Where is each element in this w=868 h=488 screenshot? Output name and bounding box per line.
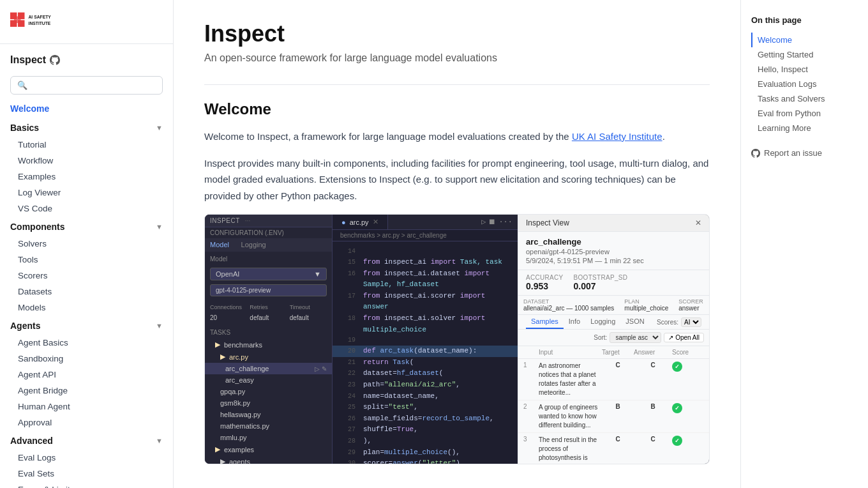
toc-title: On this page [751, 15, 858, 25]
toc-item-evaluation-logs[interactable]: Evaluation Logs [751, 77, 858, 91]
ide-tree-benchmarks[interactable]: ▶ benchmarks [205, 339, 332, 351]
sidebar-item-eval-logs[interactable]: Eval Logs [0, 450, 173, 466]
score-badge: ✓ [672, 362, 682, 372]
report-issue-link[interactable]: Report an issue [751, 148, 858, 158]
toc-item-tasks-and-solvers[interactable]: Tasks and Solvers [751, 91, 858, 106]
nav-section-components: Components ▼ Solvers Tools Scorers Datas… [0, 218, 173, 316]
sidebar-item-agent-bridge[interactable]: Agent Bridge [0, 383, 173, 399]
code-line-30: 30 scorer=answer("letter"), [333, 458, 518, 464]
toc-item-eval-from-python[interactable]: Eval from Python [751, 106, 858, 121]
nav-section-label-basics: Basics [10, 123, 39, 133]
sidebar-item-eval-sets[interactable]: Eval Sets [0, 466, 173, 482]
ide-tree-gsm8k[interactable]: gsm8k.py [205, 397, 332, 409]
code-line-20: 20def arc_task(dataset_name): [333, 346, 518, 357]
ide-sort-select[interactable]: sample asc [610, 332, 661, 343]
github-icon[interactable] [50, 55, 60, 65]
sidebar-item-vs-code[interactable]: VS Code [0, 201, 173, 217]
ide-logging-tab[interactable]: Logging [241, 241, 266, 248]
ide-tab-arc[interactable]: ● arc.py ✕ [333, 215, 388, 229]
ide-model-tab[interactable]: Model [210, 241, 229, 248]
sidebar-item-errors-limits[interactable]: Errors & Limits [0, 482, 173, 488]
sidebar-item-tutorial[interactable]: Tutorial [0, 137, 173, 153]
search-input[interactable] [31, 80, 156, 90]
nav-section-label-components: Components [10, 222, 65, 232]
nav-section-header-agents[interactable]: Agents ▼ [0, 317, 173, 335]
ide-panel-header: Inspect View ✕ [518, 215, 709, 232]
uk-aisi-link[interactable]: UK AI Safety Institute [572, 131, 662, 142]
ide-connection-headers: Connections Retries Timeout [205, 301, 332, 313]
sidebar-item-models[interactable]: Models [0, 300, 173, 316]
ide-tree-hellaswag[interactable]: hellaswag.py [205, 409, 332, 420]
sidebar-item-approval[interactable]: Approval [0, 415, 173, 431]
ide-tree-mmlu[interactable]: mmlu.py [205, 432, 332, 443]
toc-item-welcome[interactable]: Welcome [751, 33, 858, 47]
nav-welcome[interactable]: Welcome [0, 100, 173, 118]
search-icon: 🔍 [17, 80, 27, 90]
ide-tree-agents[interactable]: ▶ agents [205, 455, 332, 464]
ide-panel-title: Inspect View [526, 218, 569, 227]
search-box[interactable]: 🔍 [10, 76, 163, 95]
code-line-15: 15from inspect_ai import Task, task [333, 257, 518, 268]
brand-label: Inspect [10, 54, 46, 66]
nav-section-header-components[interactable]: Components ▼ [0, 218, 173, 236]
toc-item-learning-more[interactable]: Learning More [751, 121, 858, 135]
ide-eval-name: arc_challenge [526, 237, 701, 247]
ide-model-select[interactable]: OpenAI ▼ [205, 266, 332, 282]
sidebar-item-solvers[interactable]: Solvers [0, 236, 173, 252]
ide-tree-math[interactable]: mathematics.py [205, 420, 332, 432]
ide-tree-examples[interactable]: ▶ examples [205, 443, 332, 455]
sidebar-item-tools[interactable]: Tools [0, 252, 173, 268]
aisi-logo-svg: AI SAFETY INSTITUTE [10, 10, 68, 36]
sidebar-item-examples[interactable]: Examples [0, 169, 173, 185]
svg-text:AI SAFETY: AI SAFETY [29, 15, 52, 19]
code-line-14: 14 [333, 247, 518, 257]
table-row[interactable]: 1 An astronomer notices that a planet ro… [518, 359, 709, 400]
logo-area: AI SAFETY INSTITUTE [0, 10, 173, 44]
ide-table-header: Input Target Answer Score [518, 346, 709, 359]
ide-tree-arc[interactable]: ▶ arc.py [205, 351, 332, 363]
sidebar-item-agent-api[interactable]: Agent API [0, 367, 173, 383]
code-line-24: 24 name=dataset_name, [333, 391, 518, 402]
sidebar: AI SAFETY INSTITUTE Inspect 🔍 Welcome Ba… [0, 0, 174, 488]
github-icon-2 [751, 149, 760, 158]
toc-items: WelcomeGetting StartedHello, InspectEval… [751, 33, 858, 135]
sidebar-item-human-agent[interactable]: Human Agent [0, 399, 173, 415]
chevron-down-icon-2: ▼ [156, 223, 163, 231]
ide-tree-gpqa[interactable]: gpqa.py [205, 386, 332, 397]
sidebar-item-scorers[interactable]: Scorers [0, 268, 173, 284]
ide-stat-bootstrap: BOOTSTRAP_SD 0.007 [574, 274, 628, 291]
sidebar-item-agent-basics[interactable]: Agent Basics [0, 335, 173, 351]
ide-tree-arc-easy[interactable]: arc_easy [205, 374, 332, 386]
sidebar-item-sandboxing[interactable]: Sandboxing [0, 351, 173, 367]
code-line-26: 26 sample_fields=record_to_sample, [333, 413, 518, 425]
ide-tree-arc-challenge[interactable]: arc_challenge ▷ ✎ [205, 363, 332, 374]
sidebar-item-log-viewer[interactable]: Log Viewer [0, 185, 173, 201]
ide-panel-tab-logging[interactable]: Logging [585, 315, 620, 329]
nav-section-header-basics[interactable]: Basics ▼ [0, 119, 173, 137]
code-line-17: 17from inspect_ai.scorer import answer [333, 291, 518, 313]
sidebar-brand: Inspect [0, 52, 173, 71]
ide-scores-select[interactable]: AI [681, 317, 701, 327]
code-line-21: 21 return Task( [333, 357, 518, 369]
ide-table-body: 1 An astronomer notices that a planet ro… [518, 359, 709, 464]
ide-open-all-button[interactable]: ↗ Open All [664, 333, 704, 342]
ide-toolbar-label: INSPECT [210, 217, 240, 224]
toc-item-getting-started[interactable]: Getting Started [751, 47, 858, 62]
sidebar-item-workflow[interactable]: Workflow [0, 153, 173, 169]
table-row[interactable]: 3 The end result in the process of photo… [518, 433, 709, 464]
ide-mockup: INSPECT ··· CONFIGURATION (.ENV) Model L… [205, 215, 709, 464]
toc-item-hello,-inspect[interactable]: Hello, Inspect [751, 62, 858, 77]
table-row[interactable]: 2 A group of engineers wanted to know ho… [518, 400, 709, 433]
code-line-27: 27 shuffle=True, [333, 424, 518, 436]
nav-section-header-advanced[interactable]: Advanced ▼ [0, 432, 173, 450]
ide-breadcrumb: benchmarks > arc.py > arc_challenge [333, 230, 518, 241]
sidebar-item-datasets[interactable]: Datasets [0, 284, 173, 300]
ide-toolbar-dots: ··· [245, 217, 250, 224]
ide-panel-tab-json[interactable]: JSON [620, 315, 649, 329]
ide-panel-tab-info[interactable]: Info [564, 315, 585, 329]
ide-stat-accuracy: ACCURACY 0.953 [526, 274, 564, 291]
score-badge: ✓ [672, 436, 682, 446]
ide-panel-tab-samples[interactable]: Samples [526, 315, 564, 329]
chevron-down-icon-4: ▼ [156, 437, 163, 445]
svg-text:INSTITUTE: INSTITUTE [29, 21, 51, 26]
